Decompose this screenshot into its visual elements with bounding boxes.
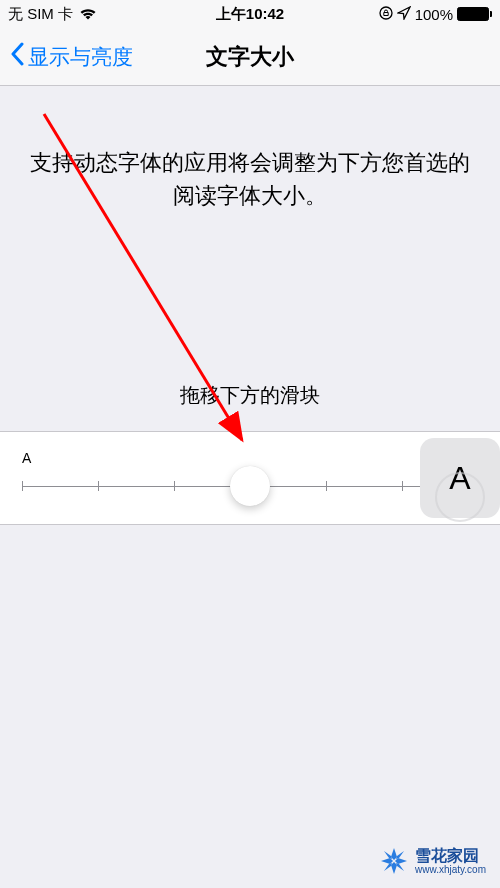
watermark: 雪花家园 www.xhjaty.com [379, 846, 486, 876]
back-label: 显示与亮度 [28, 43, 133, 71]
watermark-url: www.xhjaty.com [415, 864, 486, 875]
wifi-icon [79, 6, 97, 23]
snowflake-logo-icon [379, 846, 409, 876]
slider-instruction: 拖移下方的滑块 [0, 382, 500, 409]
battery-icon [457, 7, 492, 21]
location-icon [397, 6, 411, 23]
status-bar: 无 SIM 卡 上午10:42 100% [0, 0, 500, 28]
status-left: 无 SIM 卡 [8, 5, 97, 24]
description-text: 支持动态字体的应用将会调整为下方您首选的阅读字体大小。 [26, 146, 474, 212]
carrier-text: 无 SIM 卡 [8, 5, 73, 24]
slider-thumb[interactable] [230, 466, 270, 506]
small-a-label: A [22, 450, 31, 466]
back-button[interactable]: 显示与亮度 [10, 42, 133, 71]
assistive-touch-button[interactable]: A [420, 438, 500, 518]
watermark-name: 雪花家园 [415, 847, 486, 865]
content-area: 支持动态字体的应用将会调整为下方您首选的阅读字体大小。 [0, 86, 500, 212]
status-time: 上午10:42 [216, 5, 284, 24]
page-title: 文字大小 [206, 42, 294, 72]
text-size-slider-container: A A [0, 431, 500, 525]
navigation-bar: 显示与亮度 文字大小 [0, 28, 500, 86]
battery-percent: 100% [415, 6, 453, 23]
slider-track [22, 486, 478, 487]
status-right: 100% [379, 6, 492, 23]
orientation-lock-icon [379, 6, 393, 23]
text-size-slider[interactable] [22, 486, 478, 487]
chevron-left-icon [10, 42, 24, 71]
